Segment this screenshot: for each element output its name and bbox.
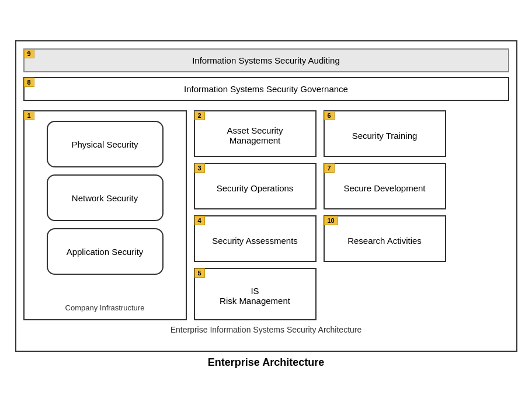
outer-box: 9 Information Systems Security Auditing … xyxy=(15,40,517,352)
auditing-label: Information Systems Security Auditing xyxy=(192,55,340,65)
badge-7: 7 xyxy=(324,163,335,173)
security-operations-box: 3 Security Operations xyxy=(194,163,317,209)
enterprise-arch-label: Enterprise Architecture xyxy=(208,356,324,369)
infra-label: Company Infrastructure xyxy=(65,301,145,312)
network-security-box: Network Security xyxy=(47,174,164,221)
application-security-label: Application Security xyxy=(67,247,144,257)
middle-column: 2 Asset Security Management 3 Security O… xyxy=(194,110,317,320)
research-activities-box: 10 Research Activities xyxy=(324,215,446,262)
badge-8: 8 xyxy=(24,78,34,87)
is-risk-management-box: 5 ISRisk Management xyxy=(194,268,317,320)
secure-development-box: 7 Secure Development xyxy=(324,163,446,209)
asset-security-box: 2 Asset Security Management xyxy=(194,110,317,157)
research-activities-label: Research Activities xyxy=(347,236,422,246)
auditing-box: 9 Information Systems Security Auditing xyxy=(23,48,509,72)
governance-label: Information Systems Security Governance xyxy=(184,84,348,94)
badge-10: 10 xyxy=(324,216,338,225)
badge-3: 3 xyxy=(194,163,205,173)
physical-security-label: Physical Security xyxy=(71,139,138,149)
badge-1: 1 xyxy=(24,111,34,120)
outer-box-label: Enterprise Information Systems Security … xyxy=(23,325,509,334)
infra-box: 1 Physical Security Network Security App… xyxy=(23,110,187,320)
asset-security-label: Asset Security Management xyxy=(202,125,308,145)
badge-9: 9 xyxy=(24,49,34,58)
security-operations-label: Security Operations xyxy=(217,183,294,193)
governance-box: 8 Information Systems Security Governanc… xyxy=(23,77,509,101)
is-risk-label: ISRisk Management xyxy=(220,286,290,306)
security-training-box: 6 Security Training xyxy=(324,110,446,157)
badge-4: 4 xyxy=(194,216,205,225)
security-assessments-box: 4 Security Assessments xyxy=(194,215,317,262)
secure-development-label: Secure Development xyxy=(343,183,425,193)
badge-2: 2 xyxy=(194,111,205,120)
security-assessments-label: Security Assessments xyxy=(212,236,298,246)
badge-5: 5 xyxy=(194,268,205,278)
security-training-label: Security Training xyxy=(352,131,418,141)
network-security-label: Network Security xyxy=(72,193,138,203)
physical-security-box: Physical Security xyxy=(47,121,164,167)
application-security-box: Application Security xyxy=(47,228,164,275)
badge-6: 6 xyxy=(324,111,335,120)
right-column: 6 Security Training 7 Secure Development… xyxy=(324,110,446,320)
main-content: 1 Physical Security Network Security App… xyxy=(23,110,509,320)
